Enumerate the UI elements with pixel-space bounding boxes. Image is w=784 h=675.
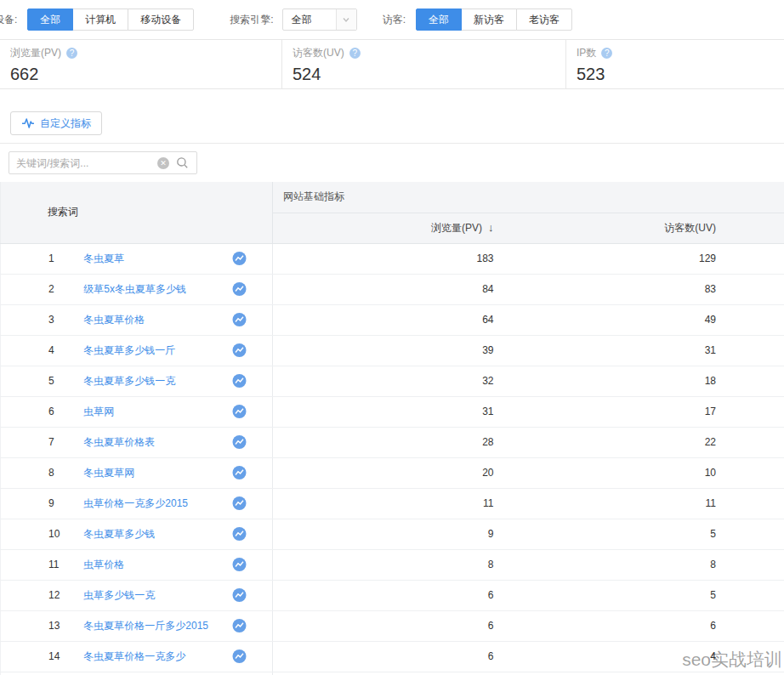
uv-value-cell: 22 [511, 427, 784, 457]
keyword-link[interactable]: 冬虫夏草价格表 [83, 436, 155, 448]
table-row: 5 冬虫夏草多少钱一克 32 18 [1, 366, 784, 396]
uv-value-cell: 49 [511, 304, 784, 335]
pv-value-cell [273, 672, 511, 675]
trend-chart-icon[interactable] [232, 282, 247, 297]
keyword-link[interactable]: 冬虫夏草价格一斤多少2015 [83, 620, 208, 632]
trend-chart-icon[interactable] [232, 619, 247, 633]
chevron-down-icon [336, 9, 356, 30]
keyword-link[interactable]: 冬虫夏草多少钱 [83, 528, 155, 540]
keyword-cell: 10 冬虫夏草多少钱 [1, 519, 273, 549]
trend-chart-icon[interactable] [232, 343, 247, 358]
filter-bar: 设备: 全部计算机移动设备 搜索引擎: 全部 访客: 全部新访客老访客 [0, 0, 784, 39]
uv-value-cell: 5 [511, 580, 784, 610]
rank-number: 11 [48, 559, 61, 570]
trend-chart-icon[interactable] [232, 527, 247, 542]
keyword-search-box [9, 151, 197, 174]
table-row: 1 冬虫夏草 183 129 [1, 243, 784, 274]
column-header-uv[interactable]: 访客数(UV) [511, 213, 784, 243]
keyword-link[interactable]: 冬虫夏草多少钱一斤 [83, 344, 175, 356]
keyword-cell: 2 级草5x冬虫夏草多少钱 [1, 274, 273, 304]
trend-chart-icon[interactable] [232, 496, 247, 511]
search-icon[interactable] [176, 156, 189, 169]
table-row: 12 虫草多少钱一克 6 5 [1, 580, 784, 610]
table-row: 7 冬虫夏草价格表 28 22 [1, 427, 784, 457]
column-header-pv-label: 浏览量(PV) [431, 222, 482, 234]
trend-chart-icon[interactable] [232, 649, 247, 664]
trend-chart-icon[interactable] [232, 405, 247, 419]
trend-chart-icon[interactable] [232, 558, 247, 572]
device-filter-label: 设备: [0, 13, 17, 27]
search-engine-dropdown[interactable]: 全部 [282, 9, 357, 31]
filter-tab-visitor-returning[interactable]: 老访客 [516, 9, 572, 31]
pv-value-cell: 8 [273, 549, 511, 580]
trend-chart-icon[interactable] [232, 466, 247, 480]
rank-number: 5 [48, 375, 61, 387]
filter-tab-visitor-all[interactable]: 全部 [416, 9, 462, 31]
uv-value-cell: 129 [511, 243, 784, 274]
keyword-link[interactable]: 冬虫夏草网 [83, 467, 134, 479]
table-row: 14 冬虫夏草价格一克多少 6 4 [1, 641, 784, 672]
keyword-link[interactable]: 冬虫夏草价格 [83, 314, 145, 326]
uv-value-cell: 6 [511, 610, 784, 641]
stat-pv-value: 662 [10, 65, 281, 84]
keyword-link[interactable]: 冬虫夏草 [83, 252, 124, 264]
help-icon[interactable] [66, 48, 77, 59]
keyword-table-header: 搜索词 网站基础指标 浏览量(PV)↓ 访客数(UV) [1, 182, 784, 243]
table-row: 3 冬虫夏草价格 64 49 [1, 304, 784, 335]
custom-metric-button[interactable]: 自定义指标 [10, 111, 102, 135]
keyword-link[interactable]: 虫草多少钱一克 [83, 589, 155, 601]
filter-tab-visitor-new[interactable]: 新访客 [461, 9, 517, 31]
keyword-link[interactable]: 虫草价格一克多少2015 [83, 497, 188, 509]
rank-number: 9 [48, 497, 61, 509]
trend-chart-icon[interactable] [232, 588, 247, 603]
pv-value-cell: 32 [273, 366, 511, 396]
filter-tab-device-computer[interactable]: 计算机 [72, 9, 128, 31]
uv-value-cell: 83 [511, 274, 784, 304]
pulse-icon [21, 116, 35, 130]
stat-ip: IP数 523 [566, 40, 784, 88]
pv-value-cell: 9 [273, 519, 511, 549]
keyword-cell: 4 冬虫夏草多少钱一斤 [1, 335, 273, 366]
clear-icon[interactable] [157, 157, 169, 169]
trend-chart-icon[interactable] [232, 252, 247, 266]
help-icon[interactable] [601, 48, 612, 59]
keyword-cell: 14 冬虫夏草价格一克多少 [1, 641, 273, 672]
keyword-cell: 11 虫草价格 [1, 549, 273, 580]
keyword-search-input[interactable] [9, 157, 157, 169]
keyword-link[interactable]: 虫草网 [83, 406, 114, 417]
keyword-table-body: 1 冬虫夏草 183 129 2 级草5x冬虫夏草多少钱 84 83 3 冬虫夏… [1, 243, 784, 675]
pv-value-cell: 6 [273, 580, 511, 610]
keyword-cell: 12 虫草多少钱一克 [1, 580, 273, 610]
uv-value-cell: 11 [511, 488, 784, 519]
search-engine-filter-label: 搜索引擎: [230, 13, 273, 27]
trend-chart-icon[interactable] [232, 435, 247, 450]
table-row: 9 虫草价格一克多少2015 11 11 [1, 488, 784, 519]
keyword-cell [1, 672, 273, 675]
filter-tab-device-mobile[interactable]: 移动设备 [128, 9, 194, 31]
keyword-link[interactable]: 冬虫夏草价格一克多少 [83, 650, 185, 662]
trend-chart-icon[interactable] [232, 374, 247, 389]
keyword-link[interactable]: 虫草价格 [83, 559, 124, 570]
visitor-tab-group: 全部新访客老访客 [416, 9, 572, 31]
trend-chart-icon[interactable] [232, 313, 247, 327]
stat-ip-value: 523 [577, 65, 784, 84]
column-header-pv[interactable]: 浏览量(PV)↓ [273, 213, 511, 243]
sort-desc-icon[interactable]: ↓ [488, 221, 494, 234]
keyword-cell: 7 冬虫夏草价格表 [1, 427, 273, 457]
filter-tab-device-all[interactable]: 全部 [27, 9, 73, 31]
pv-value-cell: 183 [273, 243, 511, 274]
rank-number: 3 [48, 314, 61, 326]
uv-value-cell [511, 672, 784, 675]
uv-value-cell: 5 [511, 519, 784, 549]
table-row: 6 虫草网 31 17 [1, 396, 784, 427]
keyword-link[interactable]: 级草5x冬虫夏草多少钱 [83, 283, 186, 295]
uv-value-cell: 18 [511, 366, 784, 396]
pv-value-cell: 6 [273, 641, 511, 672]
keyword-link[interactable]: 冬虫夏草多少钱一克 [83, 375, 175, 387]
pv-value-cell: 6 [273, 610, 511, 641]
rank-number: 4 [48, 344, 61, 356]
keyword-cell: 8 冬虫夏草网 [1, 457, 273, 488]
help-icon[interactable] [349, 48, 361, 59]
rank-number: 13 [48, 620, 61, 632]
search-row [0, 144, 784, 182]
